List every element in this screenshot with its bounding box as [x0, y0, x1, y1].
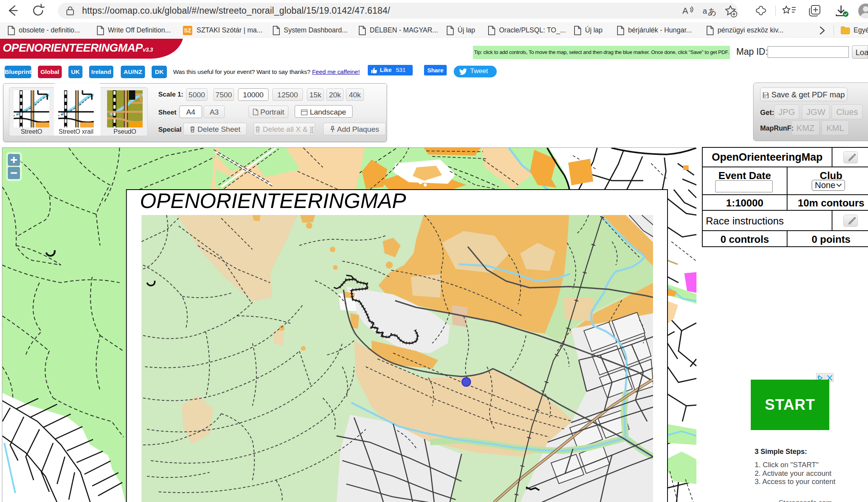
svg-text:A: A [682, 6, 688, 16]
svg-text:OPENORIENTEERINGMAP: OPENORIENTEERINGMAP [140, 189, 406, 212]
svg-text:a: a [703, 7, 707, 15]
svg-text:あ: あ [708, 7, 716, 16]
